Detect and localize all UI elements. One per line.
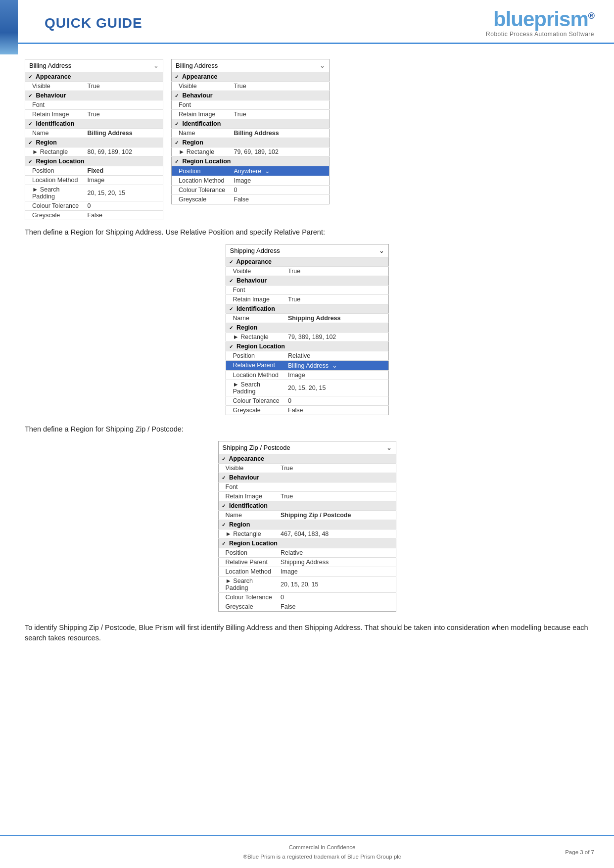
chevron-regionloc: ✓ [28, 159, 32, 164]
table2-dropdown-arrow: ⌄ [379, 247, 384, 254]
table1-right: Billing Address ⌄ ✓ Appearance Visible T… [171, 59, 330, 220]
row-name-left: Name Billing Address [25, 129, 163, 138]
section-behaviour-t3: ✓ Behaviour [218, 473, 396, 482]
section-appearance-left: ✓ Appearance [25, 72, 163, 82]
section-id-t3: ✓ Identification [218, 501, 396, 510]
logo-area: blueprism® Robotic Process Automation So… [486, 9, 594, 38]
main-content: Billing Address ⌄ ✓ Appearance Visible T… [0, 44, 614, 665]
text2: Then define a Region for Shipping Zip / … [25, 424, 589, 435]
logo-subtitle: Robotic Process Automation Software [486, 31, 594, 38]
row-retainimage-t2: Retain Image True [226, 294, 388, 304]
text3: To identify Shipping Zip / Postcode, Blu… [25, 623, 589, 644]
table-header-left: Billing Address ⌄ [25, 59, 163, 72]
page-footer: Commercial in Confidence ®Blue Prism is … [0, 835, 614, 868]
section-region-t2: ✓ Region [226, 323, 388, 332]
table1-right-title: Billing Address [176, 62, 218, 69]
row-visible-right: Visible True [172, 82, 330, 91]
section-identification-right: ✓ Identification [172, 119, 330, 129]
section-behaviour-right: ✓ Behaviour [172, 91, 330, 100]
row-visible-t2: Visible True [226, 266, 388, 276]
row-greyscale-t3: Greyscale False [218, 602, 396, 611]
row-position-right-highlighted: Position Anywhere ⌄ [172, 166, 330, 176]
section-regionlocation-right: ✓ Region Location [172, 157, 330, 166]
section-identification-left: ✓ Identification [25, 119, 163, 129]
row-rectangle-right: ► Rectangle 79, 69, 189, 102 [172, 147, 330, 157]
row-locmethod-left: Location Method Image [25, 176, 163, 185]
row-rectangle-t2: ► Rectangle 79, 389, 189, 102 [226, 332, 388, 341]
chevron-appearance: ✓ [28, 74, 32, 80]
row-retainimage-t3: Retain Image True [218, 491, 396, 501]
row-font-t2: Font [226, 285, 388, 294]
billing-address-table-right: Billing Address ⌄ ✓ Appearance Visible T… [171, 59, 330, 204]
section-regionloc-t3: ✓ Region Location [218, 538, 396, 548]
table2-title: Shipping Address [230, 247, 280, 254]
section-region-left: ✓ Region [25, 138, 163, 147]
row-font-t3: Font [218, 482, 396, 491]
row-searchpadding-t3: ► Search Padding 20, 15, 20, 15 [218, 576, 396, 592]
row-colourtol-left: Colour Tolerance 0 [25, 201, 163, 211]
footer-line2: ®Blue Prism is a registered trademark of… [79, 852, 565, 861]
row-greyscale-right: Greyscale False [172, 195, 330, 204]
blue-side-bar [0, 0, 18, 54]
section-appearance-t2: ✓ Appearance [226, 257, 388, 266]
chevron-region: ✓ [28, 140, 32, 145]
text1: Then define a Region for Shipping Addres… [25, 227, 589, 238]
row-font-right: Font [172, 100, 330, 110]
row-visible-left: Visible True [25, 82, 163, 91]
logo-text: blueprism® [493, 9, 594, 30]
row-locmethod-right: Location Method Image [172, 176, 330, 186]
row-retainimage-left: Retain Image True [25, 110, 163, 119]
section-region-right: ✓ Region [172, 138, 330, 147]
section-regionloc-t2: ✓ Region Location [226, 341, 388, 351]
row-colourtol-t3: Colour Tolerance 0 [218, 592, 396, 602]
row-name-right: Name Billing Address [172, 129, 330, 138]
title-dropdown-arrow-r: ⌄ [320, 62, 325, 69]
shipping-zip-table: Shipping Zip / Postcode ⌄ ✓ Appearance V… [218, 441, 396, 612]
chevron-behaviour: ✓ [28, 93, 32, 98]
footer-center: Commercial in Confidence ®Blue Prism is … [79, 843, 565, 861]
billing-address-table-left: Billing Address ⌄ ✓ Appearance Visible T… [25, 59, 163, 220]
row-searchpadding-left: ► Search Padding 20, 15, 20, 15 [25, 185, 163, 201]
section-regionlocation-left: ✓ Region Location [25, 157, 163, 166]
row-position-t3: Position Relative [218, 548, 396, 557]
footer-line1: Commercial in Confidence [79, 843, 565, 852]
row-rectangle-left: ► Rectangle 80, 69, 189, 102 [25, 147, 163, 157]
row-locmethod-t3: Location Method Image [218, 567, 396, 576]
footer-page-number: Page 3 of 7 [565, 849, 594, 855]
shipping-address-table: Shipping Address ⌄ ✓ Appearance Visible … [226, 244, 389, 415]
row-name-t2: Name Shipping Address [226, 313, 388, 323]
row-font-left: Font [25, 100, 163, 110]
row-relativeparent-t2-highlighted: Relative Parent Billing Address ⌄ [226, 360, 388, 370]
row-locmethod-t2: Location Method Image [226, 370, 388, 380]
shipping-zip-panel: Shipping Zip / Postcode ⌄ ✓ Appearance V… [25, 441, 589, 612]
row-position-t2: Position Relative [226, 351, 388, 360]
row-greyscale-t2: Greyscale False [226, 405, 388, 415]
row-colourtol-t2: Colour Tolerance 0 [226, 396, 388, 405]
row-rectangle-t3: ► Rectangle 467, 604, 183, 48 [218, 529, 396, 538]
page-title: QUICK GUIDE [45, 15, 142, 31]
section-appearance-right: ✓ Appearance [172, 72, 330, 82]
row-visible-t3: Visible True [218, 463, 396, 473]
page-header: QUICK GUIDE blueprism® Robotic Process A… [0, 0, 614, 44]
table1-left: Billing Address ⌄ ✓ Appearance Visible T… [25, 59, 163, 220]
section-behaviour-t2: ✓ Behaviour [226, 276, 388, 285]
table2-header: Shipping Address ⌄ [226, 244, 388, 257]
logo-trademark: ® [588, 11, 594, 21]
section-appearance-t3: ✓ Appearance [218, 454, 396, 463]
title-dropdown-arrow: ⌄ [153, 62, 159, 69]
shipping-address-panel: Shipping Address ⌄ ✓ Appearance Visible … [25, 244, 589, 415]
row-searchpadding-t2: ► Search Padding 20, 15, 20, 15 [226, 380, 388, 396]
row-name-t3: Name Shipping Zip / Postcode [218, 510, 396, 520]
row-relativeparent-t3: Relative Parent Shipping Address [218, 557, 396, 567]
table3-dropdown-arrow: ⌄ [386, 444, 392, 451]
table-header-right: Billing Address ⌄ [172, 59, 330, 72]
chevron-id: ✓ [28, 121, 32, 127]
row-colourtol-right: Colour Tolerance 0 [172, 186, 330, 195]
section-region-t3: ✓ Region [218, 520, 396, 529]
logo-prism: prism [534, 7, 588, 31]
section-behaviour-left: ✓ Behaviour [25, 91, 163, 100]
table3-title: Shipping Zip / Postcode [223, 444, 290, 451]
row-greyscale-left: Greyscale False [25, 211, 163, 220]
section-id-t2: ✓ Identification [226, 304, 388, 313]
table1-left-title: Billing Address [29, 62, 71, 69]
